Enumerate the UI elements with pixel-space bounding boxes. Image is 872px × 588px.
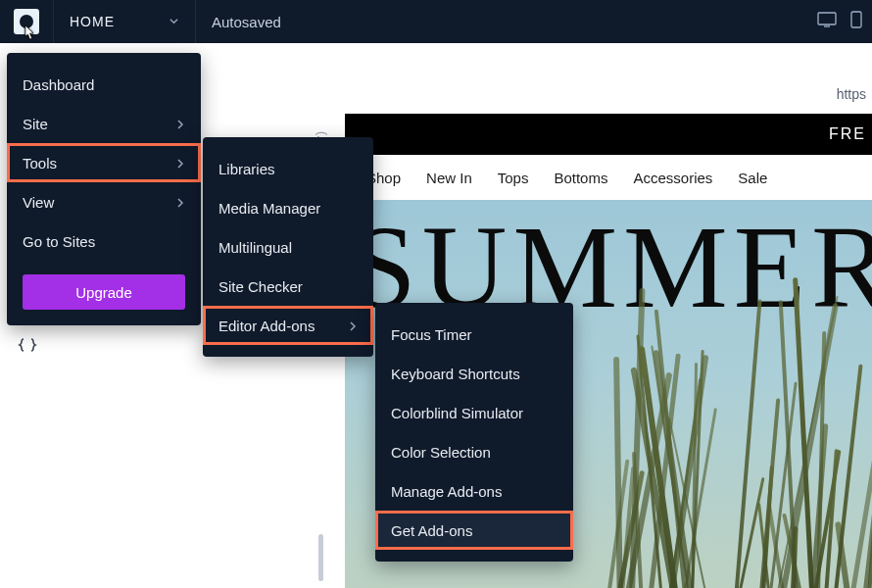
menu-label: Focus Timer [391,326,472,343]
menu-item-tools[interactable]: Tools [7,143,201,182]
promo-banner: FRE [345,114,872,155]
addon-item-keyboard-shortcuts[interactable]: Keyboard Shortcuts [375,354,573,393]
nav-bottoms[interactable]: Bottoms [554,170,607,186]
chevron-down-icon [169,14,179,29]
tools-submenu: Libraries Media Manager Multilingual Sit… [203,137,373,357]
app-menu-button[interactable] [0,0,54,43]
menu-label: Site Checker [218,278,303,295]
chevron-right-icon [175,116,185,132]
menu-label: Get Add-ons [391,522,472,539]
submenu-item-multilingual[interactable]: Multilingual [203,227,373,267]
mobile-view-icon[interactable] [850,11,862,32]
promo-text: FRE [829,125,866,143]
nav-new-in[interactable]: New In [426,170,472,186]
addon-item-manage-addons[interactable]: Manage Add-ons [375,471,573,511]
chevron-right-icon [175,155,185,172]
menu-label: Colorblind Simulator [391,405,523,421]
addons-submenu: Focus Timer Keyboard Shortcuts Colorblin… [375,303,573,562]
upgrade-button[interactable]: Upgrade [23,274,185,310]
submenu-item-site-checker[interactable]: Site Checker [203,267,373,306]
top-bar: HOME Autosaved [0,0,872,43]
site-nav: Shop New In Tops Bottoms Accessories Sal… [345,155,872,200]
menu-label: Media Manager [218,200,320,217]
nav-tops[interactable]: Tops [498,170,529,186]
nav-sale[interactable]: Sale [738,170,767,186]
menu-label: Color Selection [391,444,491,461]
menu-item-site[interactable]: Site [7,104,201,143]
menu-label: Multilingual [218,239,292,256]
menu-label: Tools [23,155,57,172]
menu-label: Keyboard Shortcuts [391,366,520,382]
menu-label: Editor Add-ons [218,318,315,334]
menu-label: Site [23,116,48,132]
submenu-item-libraries[interactable]: Libraries [203,149,373,188]
menu-label: Manage Add-ons [391,483,502,500]
addon-item-colorblind-simulator[interactable]: Colorblind Simulator [375,393,573,432]
menu-label: Libraries [218,161,275,177]
submenu-item-editor-addons[interactable]: Editor Add-ons [203,306,373,345]
menu-item-view[interactable]: View [7,182,201,221]
addon-item-get-addons[interactable]: Get Add-ons [375,511,573,550]
nav-accessories[interactable]: Accessories [633,170,712,186]
chevron-right-icon [348,318,358,334]
code-braces-icon[interactable] [18,337,37,359]
menu-label: Dashboard [23,76,94,93]
url-fragment: https [837,86,866,102]
chevron-right-icon [175,194,185,211]
preview-url-bar: https [345,74,872,114]
menu-item-go-to-sites[interactable]: Go to Sites [7,221,201,261]
page-selector[interactable]: HOME [54,0,196,43]
submenu-item-media-manager[interactable]: Media Manager [203,188,373,227]
menu-item-dashboard[interactable]: Dashboard [7,65,201,104]
addon-item-focus-timer[interactable]: Focus Timer [375,315,573,354]
app-logo [14,9,39,34]
main-menu: Dashboard Site Tools View Go to Sites Up… [7,53,201,325]
scrollbar-thumb[interactable] [318,534,323,581]
svg-rect-0 [818,13,836,24]
menu-label: Go to Sites [23,233,95,250]
autosave-status: Autosaved [196,14,297,30]
svg-rect-2 [851,12,861,27]
page-selector-label: HOME [70,14,115,29]
addon-item-color-selection[interactable]: Color Selection [375,432,573,471]
desktop-view-icon[interactable] [817,12,837,31]
menu-label: View [23,194,54,211]
